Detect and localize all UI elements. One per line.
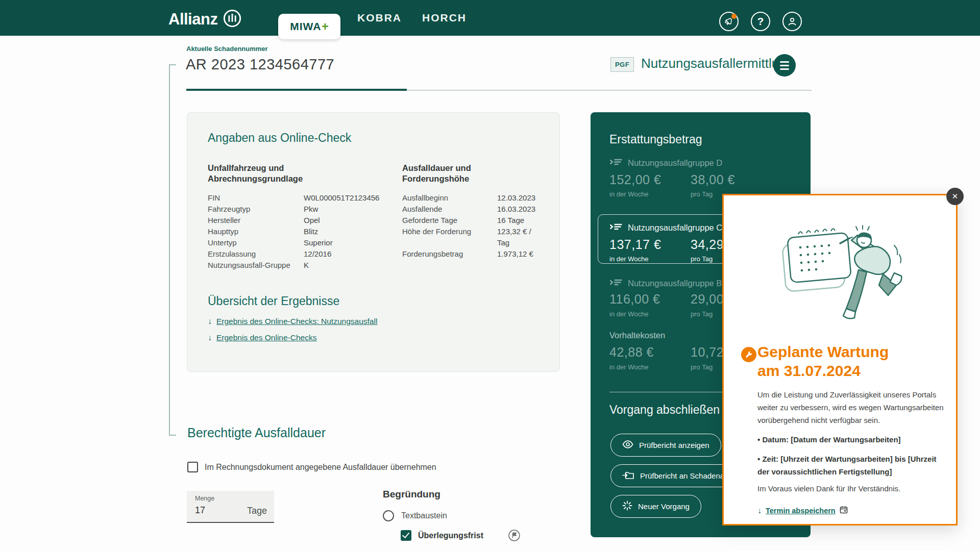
maintenance-thanks: Im Voraus vielen Dank für Ihr Verständni… [757, 484, 945, 493]
button-label: Neuer Vorgang [638, 502, 690, 511]
rate-group-label: Nutzungsausfallgruppe D [628, 158, 722, 168]
textbaustein-radio[interactable] [383, 510, 394, 521]
invoice-duration-row: Im Rechnungsdokument angegebene Ausfalld… [187, 462, 436, 472]
table-row: Erstzulassung12/2016 [208, 248, 391, 260]
maintenance-title-line1: Geplante Wartung [757, 342, 945, 361]
field-label: Haupttyp [208, 226, 304, 237]
eye-icon [622, 440, 633, 450]
claim-details-heading: Ausfalldauer und Forderungshöhe [402, 163, 509, 184]
actions-title: Vorgang abschließen [609, 403, 720, 417]
ueberlegungsfrist-row: Überlegungsfrist [401, 530, 483, 541]
ueberlegungsfrist-label[interactable]: Überlegungsfrist [418, 531, 483, 540]
day-caption: pro Tag [691, 363, 713, 371]
rate-group-b[interactable]: Nutzungsausfallgruppe B [609, 279, 722, 288]
allianz-logo[interactable]: Allianz [168, 9, 242, 30]
menge-field-label: Menge [195, 495, 214, 502]
textbaustein-label[interactable]: Textbaustein [401, 511, 447, 520]
week-amount: 116,00 € [609, 292, 660, 307]
week-amount: 152,00 € [609, 172, 661, 187]
field-label: Ausfallende [402, 204, 497, 215]
field-value: 16 Tage [497, 215, 524, 226]
new-process-button[interactable]: Neuer Vorgang [610, 495, 701, 518]
announcements-button[interactable] [719, 12, 739, 31]
download-link-label: Ergebnis des Online-Checks [216, 333, 316, 342]
rate-list-icon [609, 279, 623, 288]
table-row: Nutzungsausfall-GruppeK [208, 260, 391, 271]
begruendung-title: Begründung [383, 489, 440, 500]
tab-horch[interactable]: HORCH [422, 0, 467, 36]
notification-dot [731, 14, 737, 19]
vehicle-column: Unfallfahrzeug und Abrechnungsgrundlage … [208, 163, 391, 271]
tab-miwa-plus: + [322, 20, 328, 34]
ueberlegungsfrist-checkbox[interactable] [401, 530, 411, 541]
field-label: Nutzungsausfall-Gruppe [208, 260, 304, 271]
week-amount: 137,17 € [609, 237, 661, 252]
menu-icon [780, 61, 789, 70]
week-caption: in der Woche [609, 363, 648, 371]
save-appointment-link[interactable]: ↓ Termin abspeichern [757, 506, 945, 516]
maintenance-date-bullet: • Datum: [Datum der Wartungsarbeiten] [757, 433, 945, 446]
invoice-duration-label[interactable]: Im Rechnungsdokument angegebene Ausfalld… [205, 463, 436, 472]
download-link-nutzungsausfall[interactable]: ↓ Ergebnis des Online-Checks: Nutzungsau… [208, 317, 377, 326]
week-caption: in der Woche [609, 190, 648, 198]
show-report-button[interactable]: Prüfbericht anzeigen [610, 434, 721, 457]
maintenance-body: Um die Leistung und Zuverlässigkeit unse… [757, 388, 945, 427]
rate-group-c[interactable]: Nutzungsausfallgruppe C [609, 223, 722, 233]
tab-kobra[interactable]: KOBRA [357, 0, 402, 36]
download-link-online-check[interactable]: ↓ Ergebnis des Online-Checks [208, 333, 316, 342]
table-row: FINW0L000051T2123456 [208, 192, 391, 204]
panel-title: Erstattungsbetrag [609, 133, 702, 146]
field-value: 12/2016 [304, 248, 331, 260]
download-icon: ↓ [208, 333, 212, 342]
field-value: Superior [304, 237, 333, 248]
download-link-label: Ergebnis des Online-Checks: Nutzungsausf… [216, 317, 377, 326]
comment-flag-icon[interactable] [508, 529, 521, 542]
tab-horch-label: HORCH [422, 12, 467, 24]
vehicle-heading: Unfallfahrzeug und Abrechnungsgrundlage [208, 163, 315, 184]
maintenance-modal: ✕ [722, 194, 958, 525]
maintenance-time-bullet: • Zeit: [Uhrzeit der Wartungsarbeiten] b… [757, 453, 945, 478]
week-caption: in der Woche [609, 255, 648, 263]
field-value: 123,32 € / Tag [497, 226, 545, 248]
field-label: Geforderte Tage [402, 215, 497, 226]
tab-miwa-label: MIWA [290, 20, 321, 33]
table-row: Höhe der Forderung123,32 € / Tag [402, 226, 545, 248]
field-value: Blitz [304, 226, 318, 237]
section-bracket [169, 64, 176, 436]
claim-number: AR 2023 1234564777 [186, 56, 334, 73]
rate-group-label: Nutzungsausfallgruppe B [628, 279, 722, 288]
table-row: FahrzeugtypPkw [208, 204, 391, 215]
calendar-icon [840, 506, 848, 516]
field-label: Fahrzeugtyp [208, 204, 304, 215]
field-value: Opel [304, 215, 320, 226]
rate-group-d[interactable]: Nutzungsausfallgruppe D [609, 158, 722, 168]
help-icon: ? [757, 15, 764, 28]
day-caption: pro Tag [691, 190, 713, 198]
allianz-logo-text: Allianz [168, 10, 217, 29]
modal-close-button[interactable]: ✕ [946, 188, 964, 205]
field-label: Untertyp [208, 237, 304, 248]
menge-unit-label: Tage [247, 506, 267, 516]
day-caption: pro Tag [691, 310, 713, 318]
download-icon: ↓ [757, 506, 762, 515]
tab-rule [407, 90, 812, 91]
menge-input[interactable] [195, 505, 236, 516]
allianz-emblem-icon [223, 9, 242, 30]
field-value: 16.03.2023 [497, 204, 535, 215]
help-button[interactable]: ? [751, 12, 770, 31]
table-row: Forderungsbetrag1.973,12 € [402, 248, 545, 260]
invoice-duration-checkbox[interactable] [187, 462, 198, 472]
button-label: Prüfbericht anzeigen [639, 441, 709, 449]
table-row: HerstellerOpel [208, 215, 391, 226]
maintenance-content: Geplante Wartung am 31.07.2024 Um die Le… [757, 342, 945, 516]
field-value: 12.03.2023 [497, 192, 535, 204]
user-button[interactable] [782, 12, 802, 31]
online-check-title: Angaben aus Online-Check [208, 131, 351, 145]
maintenance-illustration [781, 225, 903, 334]
app-root: Allianz MIWA + KOBRA HORCH ? [0, 0, 980, 551]
field-label: Ausfallbeginn [402, 192, 497, 204]
module-title: Nutzungsausfallermittlung [641, 56, 794, 71]
button-label: Prüfbericht an Schadenakte [640, 471, 734, 480]
module-menu-button[interactable] [773, 54, 796, 77]
tab-miwa[interactable]: MIWA + [278, 14, 340, 39]
